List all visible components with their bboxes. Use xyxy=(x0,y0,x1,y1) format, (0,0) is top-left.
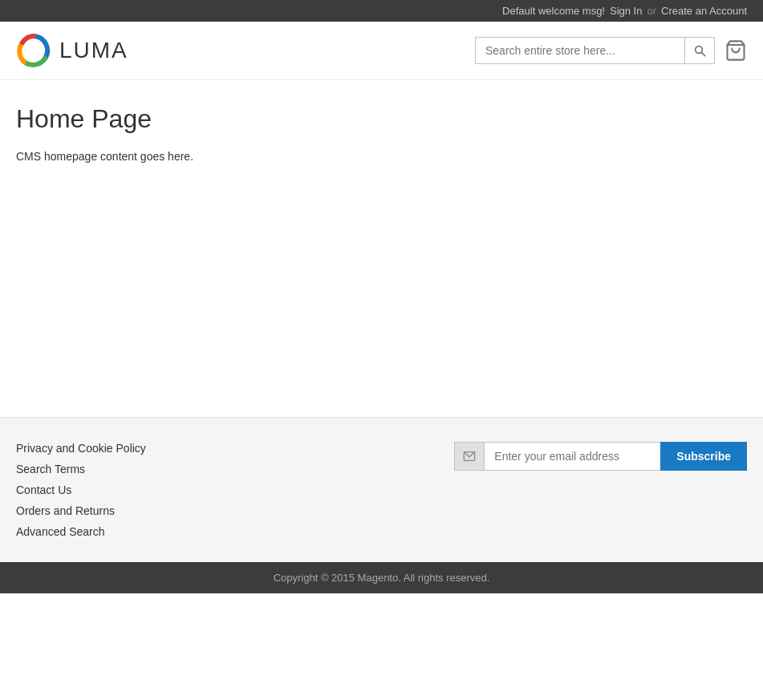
footer-inner: Privacy and Cookie Policy Search Terms C… xyxy=(16,442,747,538)
header-right xyxy=(475,37,747,64)
privacy-policy-link[interactable]: Privacy and Cookie Policy xyxy=(16,442,146,455)
advanced-search-link[interactable]: Advanced Search xyxy=(16,525,146,538)
copyright-bar: Copyright © 2015 Magento. All rights res… xyxy=(0,562,763,593)
newsletter-form: Subscribe xyxy=(454,442,747,471)
email-icon xyxy=(463,450,476,463)
search-button[interactable] xyxy=(684,38,714,63)
footer-links: Privacy and Cookie Policy Search Terms C… xyxy=(16,442,146,538)
top-bar: Default welcome msg! Sign In or Create a… xyxy=(0,0,763,22)
copyright-text: Copyright © 2015 Magento. All rights res… xyxy=(274,572,490,584)
svg-line-2 xyxy=(701,52,704,55)
contact-us-link[interactable]: Contact Us xyxy=(16,484,146,496)
subscribe-button[interactable]: Subscribe xyxy=(660,442,747,471)
signin-link[interactable]: Sign In xyxy=(610,5,642,17)
search-icon xyxy=(693,44,706,57)
separator: or xyxy=(647,5,656,17)
cart-button[interactable] xyxy=(724,39,747,62)
page-title: Home Page xyxy=(16,104,747,134)
cart-icon xyxy=(724,39,747,62)
logo-text: LUMA xyxy=(59,38,128,63)
luma-logo-icon xyxy=(16,33,51,68)
newsletter-email-input[interactable] xyxy=(484,442,660,471)
main-content: Home Page CMS homepage content goes here… xyxy=(0,80,763,417)
create-account-link[interactable]: Create an Account xyxy=(661,5,747,17)
logo-link[interactable]: LUMA xyxy=(16,33,128,68)
search-input[interactable] xyxy=(476,38,684,63)
footer: Privacy and Cookie Policy Search Terms C… xyxy=(0,417,763,562)
cms-content: CMS homepage content goes here. xyxy=(16,150,747,163)
search-terms-link[interactable]: Search Terms xyxy=(16,463,146,475)
email-icon-wrap xyxy=(454,442,484,471)
welcome-message: Default welcome msg! xyxy=(502,5,605,17)
search-form xyxy=(475,37,715,64)
header: LUMA xyxy=(0,22,763,80)
orders-returns-link[interactable]: Orders and Returns xyxy=(16,504,146,517)
